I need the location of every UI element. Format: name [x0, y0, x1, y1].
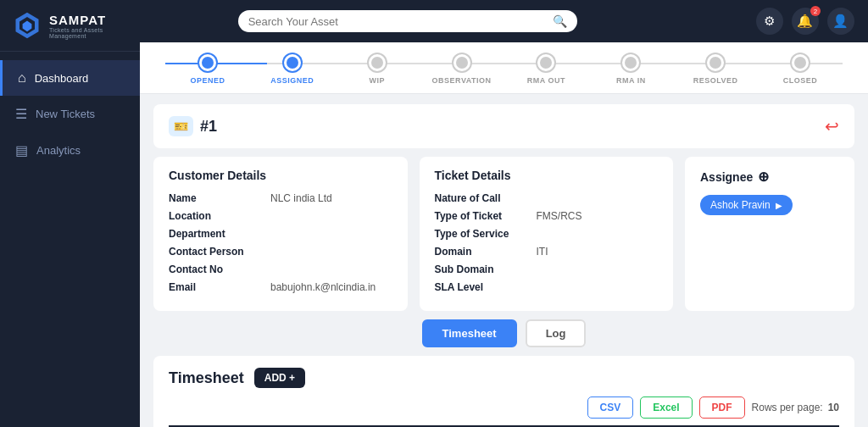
timesheet-header: Timesheet ADD +: [169, 368, 839, 388]
field-contact-no: Contact No: [169, 263, 392, 275]
logo-subtitle: Tickets and Assets Management: [49, 27, 128, 39]
stepper-container: OPENED ASSIGNED WIP OBSERVATION RMA OUT: [140, 42, 868, 94]
step-dot-rma-out: [537, 54, 554, 71]
step-closed[interactable]: CLOSED: [758, 54, 843, 85]
field-domain: Domain ITI: [435, 246, 659, 258]
field-type-of-service: Type of Service: [435, 228, 659, 240]
sidebar-nav: ⌂ Dashboard ☰ New Tickets ▤ Analytics: [0, 52, 140, 427]
field-value-name: NLC india Ltd: [270, 192, 332, 204]
step-label-resolved: RESOLVED: [693, 76, 738, 85]
export-excel-button[interactable]: Excel: [640, 396, 692, 419]
search-icon[interactable]: 🔍: [553, 14, 567, 28]
add-assignee-icon[interactable]: ⊕: [758, 169, 769, 185]
step-dot-wip: [369, 54, 386, 71]
step-assigned[interactable]: ASSIGNED: [250, 54, 335, 85]
field-sla-level: SLA Level: [435, 281, 659, 293]
step-dot-closed: [792, 54, 809, 71]
sidebar-item-dashboard[interactable]: ⌂ Dashboard: [0, 60, 140, 96]
step-dot-observation: [453, 54, 470, 71]
step-dot-rma-in: [622, 54, 639, 71]
field-label-location: Location: [169, 210, 270, 222]
step-label-opened: OPENED: [190, 76, 225, 85]
list-icon: ☰: [15, 106, 27, 122]
tab-log[interactable]: Log: [526, 319, 587, 347]
content-area: OPENED ASSIGNED WIP OBSERVATION RMA OUT: [140, 42, 868, 427]
field-label-nature: Nature of Call: [435, 192, 537, 204]
step-rma-out[interactable]: RMA OUT: [504, 54, 589, 85]
export-pdf-button[interactable]: PDF: [699, 396, 745, 419]
field-label-department: Department: [169, 228, 270, 240]
field-sub-domain: Sub Domain: [435, 263, 659, 275]
ticket-id: #1: [200, 118, 217, 136]
field-email: Email babujohn.k@nlcindia.in: [169, 281, 392, 293]
ticket-icon: 🎫: [169, 116, 193, 136]
gear-icon: ⚙: [764, 14, 775, 29]
logo: SAMPAT Tickets and Assets Management: [0, 0, 140, 52]
timesheet-title: Timesheet: [169, 369, 244, 387]
tabs-row: Timesheet Log: [153, 319, 854, 347]
field-value-domain: ITI: [537, 246, 548, 258]
content-inner: 🎫 #1 ↩ Customer Details Name NLC india L…: [140, 104, 868, 427]
user-icon: 👤: [832, 14, 849, 29]
search-bar: 🔍: [238, 10, 577, 32]
user-avatar-button[interactable]: 👤: [827, 8, 854, 35]
step-wip[interactable]: WIP: [335, 54, 420, 85]
ticket-details-title: Ticket Details: [435, 169, 659, 182]
assignee-name: Ashok Pravin: [710, 199, 771, 211]
add-timesheet-button[interactable]: ADD +: [254, 368, 305, 388]
step-label-observation: OBSERVATION: [432, 76, 492, 85]
field-label-contact-person: Contact Person: [169, 246, 270, 258]
field-label-sub-domain: Sub Domain: [435, 263, 537, 275]
field-name: Name NLC india Ltd: [169, 192, 392, 204]
sidebar-item-new-tickets[interactable]: ☰ New Tickets: [0, 96, 140, 132]
step-resolved[interactable]: RESOLVED: [673, 54, 758, 85]
rows-per-page-label: Rows per page:: [752, 402, 823, 413]
step-rma-in[interactable]: RMA IN: [588, 54, 673, 85]
sidebar-item-label: New Tickets: [36, 108, 95, 120]
step-label-rma-out: RMA OUT: [527, 76, 565, 85]
field-value-email: babujohn.k@nlcindia.in: [270, 281, 376, 293]
notifications-button[interactable]: 🔔 2: [792, 8, 819, 35]
notification-badge: 2: [810, 6, 821, 16]
logo-title: SAMPAT: [49, 13, 128, 27]
topbar: 🔍 ⚙ 🔔 2 👤: [140, 0, 868, 42]
step-dot-resolved: [707, 54, 724, 71]
ticket-header: 🎫 #1 ↩: [153, 104, 854, 148]
step-label-closed: CLOSED: [783, 76, 818, 85]
search-input[interactable]: [248, 15, 546, 28]
field-label-service-type: Type of Service: [435, 228, 537, 240]
rows-per-page-value: 10: [828, 402, 839, 413]
sidebar: SAMPAT Tickets and Assets Management ⌂ D…: [0, 0, 140, 427]
bell-icon: 🔔: [797, 14, 813, 29]
main-area: 🔍 ⚙ 🔔 2 👤 OPENED: [140, 0, 868, 427]
field-contact-person: Contact Person: [169, 246, 392, 258]
step-label-rma-in: RMA IN: [616, 76, 646, 85]
analytics-icon: ▤: [15, 142, 28, 158]
sidebar-item-label: Dashboard: [35, 72, 89, 85]
assignee-card: Assignee ⊕ Ashok Pravin ▶: [685, 157, 854, 311]
field-location: Location: [169, 210, 392, 222]
sidebar-item-analytics[interactable]: ▤ Analytics: [0, 132, 140, 169]
customer-details-card: Customer Details Name NLC india Ltd Loca…: [153, 157, 408, 311]
assignee-title: Assignee ⊕: [700, 169, 839, 185]
export-row: CSV Excel PDF Rows per page: 10: [169, 396, 839, 419]
step-label-assigned: ASSIGNED: [270, 76, 314, 85]
sidebar-item-label: Analytics: [36, 144, 81, 157]
settings-button[interactable]: ⚙: [756, 8, 783, 35]
tab-timesheet[interactable]: Timesheet: [422, 319, 517, 347]
step-opened[interactable]: OPENED: [165, 54, 250, 85]
customer-details-title: Customer Details: [169, 169, 392, 182]
field-label-domain: Domain: [435, 246, 537, 258]
field-label-ticket-type: Type of Ticket: [435, 210, 537, 222]
exit-button[interactable]: ↩: [825, 116, 839, 136]
logo-icon: [12, 10, 42, 41]
field-label-email: Email: [169, 281, 270, 293]
field-label-sla: SLA Level: [435, 281, 537, 293]
export-csv-button[interactable]: CSV: [587, 396, 634, 419]
assignee-chip[interactable]: Ashok Pravin ▶: [700, 195, 793, 215]
step-dot-assigned: [284, 54, 301, 71]
step-observation[interactable]: OBSERVATION: [420, 54, 504, 85]
field-type-of-ticket: Type of Ticket FMS/RCS: [435, 210, 659, 222]
stepper: OPENED ASSIGNED WIP OBSERVATION RMA OUT: [165, 54, 843, 85]
rows-per-page: Rows per page: 10: [752, 402, 839, 413]
